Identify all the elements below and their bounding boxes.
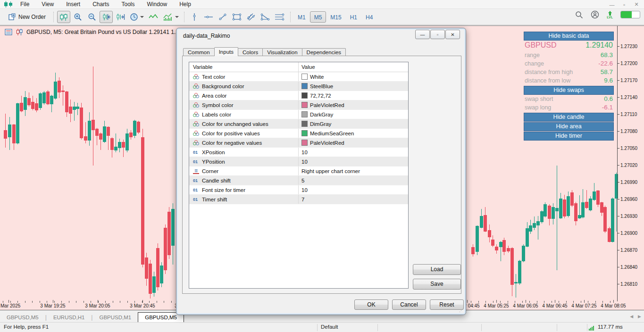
tab-scroll-left-icon[interactable]: ◀ bbox=[630, 314, 633, 319]
chart-tab-gbpusd-m1[interactable]: GBPUSD,M1 bbox=[92, 313, 138, 322]
hide-timer-button[interactable]: Hide timer bbox=[524, 132, 614, 141]
parameter-row[interactable]: Color for unchanged valuesDimGray bbox=[189, 119, 408, 129]
parameter-row[interactable]: 01XPosition10 bbox=[189, 148, 408, 157]
fibonacci-icon bbox=[275, 13, 285, 21]
menu-item-charts[interactable]: Charts bbox=[86, 0, 115, 9]
time-minor-tick bbox=[522, 301, 523, 303]
window-maximize-button[interactable]: ▫ bbox=[620, 2, 628, 8]
horizontal-line-tool-button[interactable] bbox=[202, 11, 215, 23]
price-label: 1.27200 bbox=[620, 61, 637, 66]
timeframe-h1-button[interactable]: H1 bbox=[346, 11, 361, 23]
price-label: 1.27140 bbox=[620, 95, 637, 100]
parameter-row[interactable]: 01Font size for timer10 bbox=[189, 185, 408, 195]
vertical-line-tool-button[interactable] bbox=[188, 11, 201, 23]
time-minor-tick bbox=[500, 301, 501, 303]
dialog-maximize-button[interactable]: ▫ bbox=[430, 30, 445, 39]
parameter-row[interactable]: Labels colorDarkGray bbox=[189, 110, 408, 119]
tick-chart-button[interactable] bbox=[147, 11, 160, 23]
parameter-row[interactable]: 01Timer shift7 bbox=[189, 195, 408, 204]
lvl-icon[interactable]: LVL bbox=[607, 11, 613, 19]
channel-tool-button[interactable] bbox=[244, 11, 258, 23]
parameter-value: White bbox=[310, 74, 324, 80]
parameter-row[interactable]: ≡CornerRight upper chart corner bbox=[189, 166, 408, 176]
zoom-out-button[interactable] bbox=[85, 11, 99, 23]
search-icon[interactable] bbox=[575, 11, 583, 19]
parameter-row[interactable]: 01YPosition10 bbox=[189, 157, 408, 166]
chart-tab-eurusd-h1[interactable]: EURUSD,H1 bbox=[47, 313, 91, 322]
fibonacci-tool-button[interactable] bbox=[273, 11, 287, 23]
window-minimize-button[interactable]: — bbox=[608, 2, 616, 8]
candle-body bbox=[20, 103, 23, 111]
candle-body bbox=[114, 147, 117, 150]
dialog-tab-common[interactable]: Common bbox=[183, 48, 215, 56]
trendline-tool-button[interactable] bbox=[216, 11, 229, 23]
candlestick-mode-button[interactable] bbox=[57, 11, 70, 23]
time-minor-tick bbox=[529, 301, 530, 303]
toolbar: New Order bbox=[0, 9, 644, 25]
integer-type-icon: 01 bbox=[193, 197, 199, 202]
dialog-tab-visualization[interactable]: Visualization bbox=[262, 48, 302, 56]
menu-item-insert[interactable]: Insert bbox=[60, 0, 86, 9]
candle-body bbox=[80, 108, 83, 138]
time-minor-tick bbox=[544, 301, 544, 303]
hide-candle-button[interactable]: Hide candle bbox=[524, 113, 614, 122]
shift-chart-right-button[interactable] bbox=[114, 11, 127, 23]
parameter-row[interactable]: Symbol colorPaleVioletRed bbox=[189, 100, 408, 110]
menu-item-help[interactable]: Help bbox=[173, 0, 197, 9]
candlestick-icon bbox=[59, 13, 68, 21]
dialog-tab-dependencies[interactable]: Dependencies bbox=[302, 48, 346, 56]
parameter-row[interactable]: 01Candle shift5 bbox=[189, 176, 408, 185]
save-button[interactable]: Save bbox=[413, 279, 461, 290]
candle-body bbox=[471, 247, 475, 254]
dialog-tab-colors[interactable]: Colors bbox=[238, 48, 263, 56]
dialog-title: daily-data_Rakimo bbox=[183, 33, 230, 39]
hide-swaps-button[interactable]: Hide swaps bbox=[524, 86, 614, 95]
parameter-row[interactable]: Background colorSteelBlue bbox=[189, 82, 408, 91]
parameter-row[interactable]: Text colorWhite bbox=[189, 72, 408, 82]
dialog-close-button[interactable]: ✕ bbox=[445, 30, 460, 39]
parameter-row[interactable]: Area color72,72,72 bbox=[189, 91, 408, 100]
candle-wick bbox=[557, 166, 557, 270]
candle-body bbox=[46, 91, 50, 104]
cancel-button[interactable]: Cancel bbox=[392, 299, 426, 310]
timeframe-h4-button[interactable]: H4 bbox=[361, 11, 377, 23]
candle-body bbox=[536, 221, 540, 225]
timeframe-m5-button[interactable]: M5 bbox=[310, 11, 326, 23]
rectangle-tool-button[interactable] bbox=[230, 11, 243, 23]
status-help-text: For Help, press F1 bbox=[4, 324, 49, 330]
menu-item-tools[interactable]: Tools bbox=[116, 0, 141, 9]
chart-tab-gbpusd-m5[interactable]: GBPUSD,M5 bbox=[0, 313, 45, 322]
ok-button[interactable]: OK bbox=[354, 299, 388, 310]
price-label: 1.27050 bbox=[620, 146, 637, 151]
parameter-value: 10 bbox=[301, 187, 308, 193]
load-button[interactable]: Load bbox=[413, 264, 461, 275]
overlay-value: -22.6 bbox=[598, 60, 613, 67]
menu-item-view[interactable]: View bbox=[35, 0, 60, 9]
hide-basic-data-button[interactable]: Hide basic data bbox=[524, 32, 614, 41]
hide-area-button[interactable]: Hide area bbox=[524, 122, 614, 131]
dialog-minimize-button[interactable]: — bbox=[415, 30, 430, 39]
indicators-button[interactable] bbox=[161, 11, 181, 23]
parameter-row[interactable]: Color for negative valuesPaleVioletRed bbox=[189, 138, 408, 148]
shift-chart-left-button[interactable] bbox=[100, 11, 113, 23]
candle-body bbox=[39, 93, 42, 108]
parameters-table: VariableValueText colorWhiteBackground c… bbox=[189, 62, 409, 289]
zoom-in-button[interactable] bbox=[71, 11, 84, 23]
menu-item-file[interactable]: File bbox=[14, 0, 35, 9]
price-tick bbox=[617, 250, 619, 250]
triangle-tool-button[interactable] bbox=[259, 11, 272, 23]
timeframe-m1-button[interactable]: M1 bbox=[293, 11, 310, 23]
account-icon[interactable] bbox=[591, 10, 599, 19]
integer-type-icon: 01 bbox=[193, 178, 199, 183]
menu-item-window[interactable]: Window bbox=[141, 0, 174, 9]
color-type-icon bbox=[193, 121, 199, 127]
parameter-name: Background color bbox=[202, 83, 244, 89]
parameter-row[interactable]: Color for positive valuesMediumSeaGreen bbox=[189, 129, 408, 138]
new-order-button[interactable]: New Order bbox=[4, 11, 50, 23]
timeframes-dropdown-button[interactable] bbox=[128, 11, 146, 23]
window-close-button[interactable]: ✕ bbox=[633, 1, 640, 8]
timeframe-m15-button[interactable]: M15 bbox=[326, 11, 345, 23]
dialog-tab-inputs[interactable]: Inputs bbox=[214, 47, 238, 56]
resize-grip[interactable]: ⋰ bbox=[459, 308, 464, 313]
tab-scroll-right-icon[interactable]: ▶ bbox=[638, 314, 641, 319]
